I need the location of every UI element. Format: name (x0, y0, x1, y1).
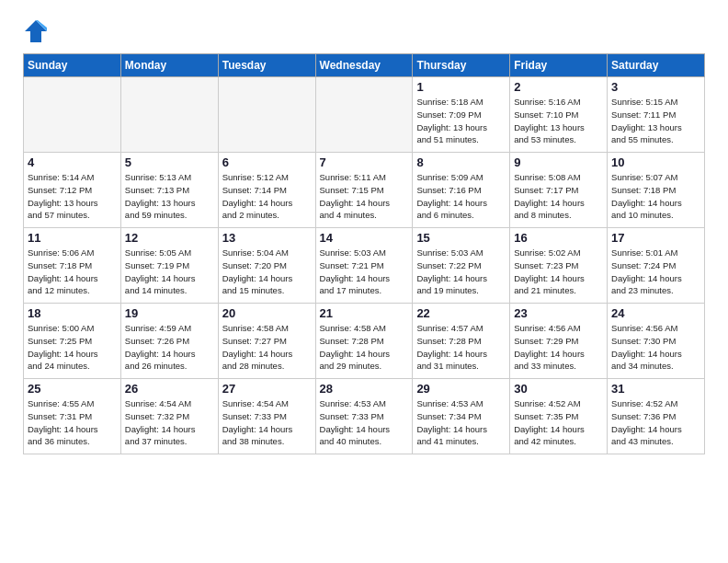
day-number: 26 (125, 382, 214, 396)
day-number: 16 (514, 231, 603, 245)
calendar-cell (120, 77, 218, 153)
calendar-cell: 4Sunrise: 5:14 AM Sunset: 7:12 PM Daylig… (24, 153, 121, 228)
weekday-header-thursday: Thursday (413, 54, 510, 77)
calendar-cell: 9Sunrise: 5:08 AM Sunset: 7:17 PM Daylig… (510, 153, 608, 228)
calendar-cell: 31Sunrise: 4:52 AM Sunset: 7:36 PM Dayli… (608, 379, 705, 454)
day-number: 12 (125, 231, 214, 245)
day-number: 14 (320, 231, 409, 245)
day-info: Sunrise: 4:59 AM Sunset: 7:26 PM Dayligh… (125, 322, 214, 373)
day-info: Sunrise: 5:02 AM Sunset: 7:23 PM Dayligh… (514, 247, 603, 297)
day-info: Sunrise: 4:52 AM Sunset: 7:35 PM Dayligh… (514, 397, 603, 448)
day-number: 8 (416, 155, 506, 169)
day-number: 19 (125, 306, 214, 320)
day-info: Sunrise: 4:53 AM Sunset: 7:34 PM Dayligh… (416, 397, 506, 448)
calendar-table: SundayMondayTuesdayWednesdayThursdayFrid… (23, 53, 705, 454)
weekday-header-monday: Monday (120, 54, 218, 77)
calendar-cell: 12Sunrise: 5:05 AM Sunset: 7:19 PM Dayli… (120, 228, 218, 304)
day-number: 5 (125, 155, 214, 169)
calendar-cell: 14Sunrise: 5:03 AM Sunset: 7:21 PM Dayli… (315, 228, 413, 304)
day-number: 7 (320, 155, 409, 169)
calendar-cell: 23Sunrise: 4:56 AM Sunset: 7:29 PM Dayli… (510, 304, 608, 379)
header (23, 18, 705, 44)
day-info: Sunrise: 5:08 AM Sunset: 7:17 PM Dayligh… (514, 171, 603, 222)
calendar-cell: 8Sunrise: 5:09 AM Sunset: 7:16 PM Daylig… (413, 153, 510, 228)
weekday-header-saturday: Saturday (608, 54, 705, 77)
day-info: Sunrise: 4:58 AM Sunset: 7:27 PM Dayligh… (222, 322, 312, 373)
calendar-cell: 24Sunrise: 4:56 AM Sunset: 7:30 PM Dayli… (608, 304, 705, 379)
day-info: Sunrise: 5:11 AM Sunset: 7:15 PM Dayligh… (320, 171, 409, 222)
day-number: 23 (514, 306, 603, 320)
svg-marker-1 (25, 20, 47, 42)
calendar-cell: 28Sunrise: 4:53 AM Sunset: 7:33 PM Dayli… (315, 379, 413, 454)
week-row-3: 11Sunrise: 5:06 AM Sunset: 7:18 PM Dayli… (24, 228, 705, 304)
week-row-1: 1Sunrise: 5:18 AM Sunset: 7:09 PM Daylig… (24, 77, 705, 153)
day-info: Sunrise: 5:12 AM Sunset: 7:14 PM Dayligh… (222, 171, 312, 222)
weekday-header-friday: Friday (510, 54, 608, 77)
calendar-cell: 21Sunrise: 4:58 AM Sunset: 7:28 PM Dayli… (315, 304, 413, 379)
weekday-header-tuesday: Tuesday (218, 54, 315, 77)
calendar-cell: 17Sunrise: 5:01 AM Sunset: 7:24 PM Dayli… (608, 228, 705, 304)
calendar-cell: 5Sunrise: 5:13 AM Sunset: 7:13 PM Daylig… (120, 153, 218, 228)
day-number: 29 (416, 382, 506, 396)
week-row-2: 4Sunrise: 5:14 AM Sunset: 7:12 PM Daylig… (24, 153, 705, 228)
day-number: 20 (222, 306, 312, 320)
weekday-header-row: SundayMondayTuesdayWednesdayThursdayFrid… (24, 54, 705, 77)
day-info: Sunrise: 5:14 AM Sunset: 7:12 PM Dayligh… (28, 171, 117, 222)
calendar-cell: 25Sunrise: 4:55 AM Sunset: 7:31 PM Dayli… (24, 379, 121, 454)
day-number: 1 (416, 80, 506, 94)
calendar-cell: 3Sunrise: 5:15 AM Sunset: 7:11 PM Daylig… (608, 77, 705, 153)
calendar-cell: 6Sunrise: 5:12 AM Sunset: 7:14 PM Daylig… (218, 153, 315, 228)
day-info: Sunrise: 5:16 AM Sunset: 7:10 PM Dayligh… (514, 96, 603, 146)
day-info: Sunrise: 5:00 AM Sunset: 7:25 PM Dayligh… (28, 322, 117, 373)
calendar-cell: 29Sunrise: 4:53 AM Sunset: 7:34 PM Dayli… (413, 379, 510, 454)
day-number: 15 (416, 231, 506, 245)
calendar-cell (315, 77, 413, 153)
calendar-cell: 11Sunrise: 5:06 AM Sunset: 7:18 PM Dayli… (24, 228, 121, 304)
day-info: Sunrise: 4:54 AM Sunset: 7:32 PM Dayligh… (125, 397, 214, 448)
day-info: Sunrise: 5:07 AM Sunset: 7:18 PM Dayligh… (611, 171, 700, 222)
day-number: 27 (222, 382, 312, 396)
day-number: 17 (611, 231, 700, 245)
day-number: 10 (611, 155, 700, 169)
day-number: 25 (28, 382, 117, 396)
day-info: Sunrise: 4:56 AM Sunset: 7:30 PM Dayligh… (611, 322, 700, 373)
day-info: Sunrise: 5:15 AM Sunset: 7:11 PM Dayligh… (611, 96, 700, 146)
calendar-cell: 16Sunrise: 5:02 AM Sunset: 7:23 PM Dayli… (510, 228, 608, 304)
day-number: 13 (222, 231, 312, 245)
day-info: Sunrise: 5:05 AM Sunset: 7:19 PM Dayligh… (125, 247, 214, 297)
calendar-page: SundayMondayTuesdayWednesdayThursdayFrid… (0, 0, 728, 473)
day-number: 28 (320, 382, 409, 396)
day-number: 2 (514, 80, 603, 94)
calendar-cell: 27Sunrise: 4:54 AM Sunset: 7:33 PM Dayli… (218, 379, 315, 454)
calendar-cell: 19Sunrise: 4:59 AM Sunset: 7:26 PM Dayli… (120, 304, 218, 379)
day-info: Sunrise: 5:18 AM Sunset: 7:09 PM Dayligh… (416, 96, 506, 146)
day-info: Sunrise: 4:57 AM Sunset: 7:28 PM Dayligh… (416, 322, 506, 373)
day-number: 6 (222, 155, 312, 169)
calendar-cell: 2Sunrise: 5:16 AM Sunset: 7:10 PM Daylig… (510, 77, 608, 153)
calendar-cell: 13Sunrise: 5:04 AM Sunset: 7:20 PM Dayli… (218, 228, 315, 304)
calendar-cell: 15Sunrise: 5:03 AM Sunset: 7:22 PM Dayli… (413, 228, 510, 304)
calendar-cell: 18Sunrise: 5:00 AM Sunset: 7:25 PM Dayli… (24, 304, 121, 379)
day-number: 18 (28, 306, 117, 320)
calendar-cell (24, 77, 121, 153)
day-info: Sunrise: 5:03 AM Sunset: 7:21 PM Dayligh… (320, 247, 409, 297)
calendar-cell: 10Sunrise: 5:07 AM Sunset: 7:18 PM Dayli… (608, 153, 705, 228)
day-info: Sunrise: 4:54 AM Sunset: 7:33 PM Dayligh… (222, 397, 312, 448)
week-row-4: 18Sunrise: 5:00 AM Sunset: 7:25 PM Dayli… (24, 304, 705, 379)
day-number: 21 (320, 306, 409, 320)
day-info: Sunrise: 5:09 AM Sunset: 7:16 PM Dayligh… (416, 171, 506, 222)
day-info: Sunrise: 4:53 AM Sunset: 7:33 PM Dayligh… (320, 397, 409, 448)
logo-icon (23, 18, 49, 44)
day-info: Sunrise: 5:03 AM Sunset: 7:22 PM Dayligh… (416, 247, 506, 297)
day-number: 22 (416, 306, 506, 320)
calendar-cell: 30Sunrise: 4:52 AM Sunset: 7:35 PM Dayli… (510, 379, 608, 454)
weekday-header-sunday: Sunday (24, 54, 121, 77)
day-number: 3 (611, 80, 700, 94)
day-number: 31 (611, 382, 700, 396)
weekday-header-wednesday: Wednesday (315, 54, 413, 77)
day-info: Sunrise: 4:58 AM Sunset: 7:28 PM Dayligh… (320, 322, 409, 373)
day-info: Sunrise: 5:06 AM Sunset: 7:18 PM Dayligh… (28, 247, 117, 297)
week-row-5: 25Sunrise: 4:55 AM Sunset: 7:31 PM Dayli… (24, 379, 705, 454)
calendar-cell: 26Sunrise: 4:54 AM Sunset: 7:32 PM Dayli… (120, 379, 218, 454)
calendar-cell: 22Sunrise: 4:57 AM Sunset: 7:28 PM Dayli… (413, 304, 510, 379)
